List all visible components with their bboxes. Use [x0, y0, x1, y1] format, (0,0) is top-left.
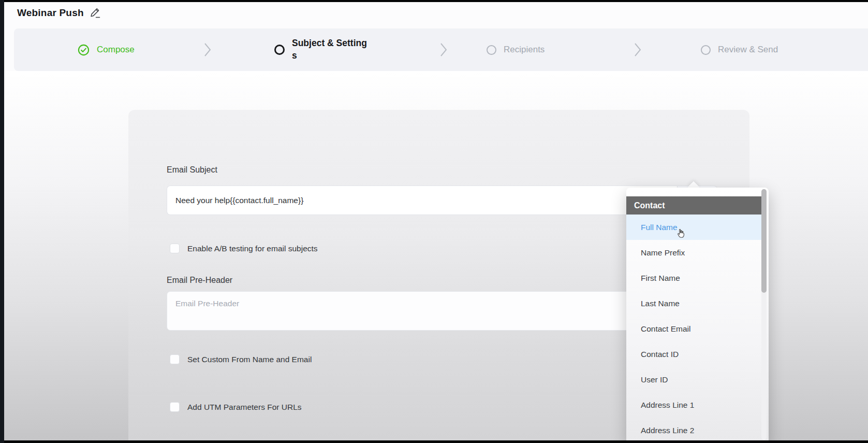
pre-header-label: Email Pre-Header [167, 276, 232, 285]
merge-tag-dropdown: Contact Full Name Name Prefix First Name… [626, 188, 769, 443]
dropdown-item-label: Contact ID [641, 350, 679, 359]
custom-from-row: Set Custom From Name and Email [170, 354, 312, 364]
custom-from-label: Set Custom From Name and Email [187, 355, 312, 364]
ab-testing-checkbox[interactable] [170, 244, 180, 253]
dropdown-item-label: Address Line 2 [641, 426, 694, 435]
dropdown-item-last-name[interactable]: Last Name [626, 291, 762, 316]
step-label: Compose [97, 45, 135, 55]
dropdown-item-label: Name Prefix [641, 248, 685, 258]
dropdown-item-full-name[interactable]: Full Name [626, 215, 762, 240]
dropdown-item-first-name[interactable]: First Name [626, 265, 762, 291]
dropdown-item-contact-email[interactable]: Contact Email [626, 316, 762, 341]
dropdown-item-label: Full Name [641, 223, 678, 232]
title-bar: Webinar Push [4, 2, 868, 28]
ab-testing-label: Enable A/B testing for email subjects [187, 244, 318, 253]
chevron-right-icon [439, 28, 448, 71]
hand-cursor-icon [675, 227, 686, 239]
step-subject-settings[interactable]: Subject & Settings [274, 28, 371, 71]
custom-from-checkbox[interactable] [170, 354, 180, 364]
step-recipients[interactable]: Recipients [487, 28, 545, 71]
check-circle-icon [78, 44, 90, 56]
circle-icon [274, 45, 285, 55]
dropdown-item-address-line-2[interactable]: Address Line 2 [626, 418, 762, 443]
utm-label: Add UTM Parameters For URLs [187, 403, 302, 412]
dropdown-scrollbar[interactable] [761, 189, 767, 293]
dropdown-item-label: User ID [641, 375, 668, 384]
email-subject-label: Email Subject [167, 165, 217, 175]
dropdown-item-user-id[interactable]: User ID [626, 367, 762, 392]
dropdown-item-name-prefix[interactable]: Name Prefix [626, 240, 762, 265]
step-compose[interactable]: Compose [78, 28, 135, 71]
chevron-right-icon [633, 28, 642, 71]
dropdown-item-address-line-1[interactable]: Address Line 1 [626, 392, 762, 418]
chevron-right-icon [203, 28, 212, 71]
dropdown-item-label: Contact Email [641, 324, 690, 334]
dropdown-item-label: Address Line 1 [641, 401, 694, 410]
frame-edge-bottom [0, 440, 868, 443]
frame-edge-left [0, 0, 4, 443]
app-window: Webinar Push Compose [0, 0, 868, 443]
page-title: Webinar Push [17, 7, 84, 19]
frame-edge-top [0, 0, 868, 2]
circle-icon [701, 45, 711, 55]
circle-icon [487, 45, 496, 55]
dropdown-item-label: First Name [641, 274, 680, 283]
dropdown-item-contact-id[interactable]: Contact ID [626, 341, 762, 367]
step-review-send[interactable]: Review & Send [701, 28, 778, 71]
step-label: Subject & Settings [292, 37, 371, 62]
dropdown-group-header: Contact [626, 196, 762, 215]
step-label: Review & Send [718, 45, 778, 55]
ab-testing-row: Enable A/B testing for email subjects [170, 244, 318, 253]
email-subject-input[interactable] [167, 185, 677, 215]
step-label: Recipients [504, 45, 545, 55]
dropdown-item-label: Last Name [641, 299, 680, 308]
wizard-stepper: Compose Subject & Settings Recipients Re… [14, 28, 868, 71]
pencil-edit-icon[interactable] [90, 7, 102, 19]
utm-row: Add UTM Parameters For URLs [170, 402, 302, 412]
utm-checkbox[interactable] [170, 402, 180, 412]
